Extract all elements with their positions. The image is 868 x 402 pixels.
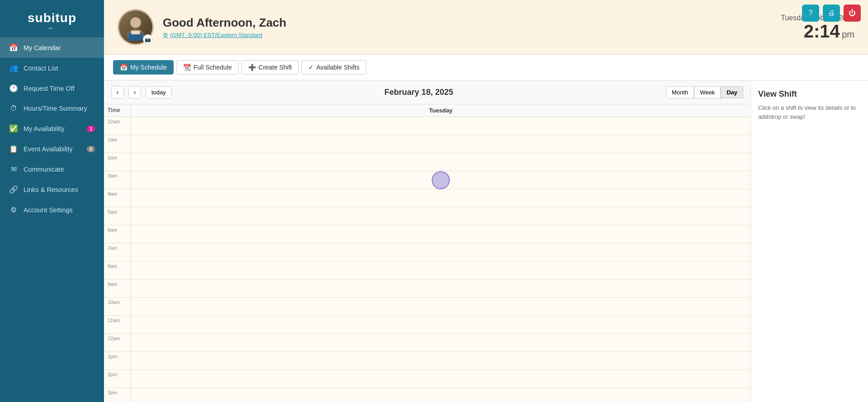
time-cell[interactable]: [131, 189, 750, 207]
right-panel: View Shift Click on a shift to view its …: [750, 80, 868, 402]
power-button[interactable]: ⏻: [844, 5, 861, 22]
time-label: 12pm: [104, 334, 131, 351]
time-row: 2am: [104, 153, 750, 171]
calendar-toolbar: ‹ › today February 18, 2025 MonthWeekDay: [104, 80, 750, 104]
time-row: 9am: [104, 280, 750, 298]
create-shift-icon: ➕: [248, 64, 256, 71]
main-content: ? 🖨 ⏻ 📷 Good Afternoon, Zach: [104, 0, 868, 402]
my-calendar-icon: 📅: [9, 43, 18, 52]
time-ampm: pm: [842, 29, 854, 39]
next-btn[interactable]: ›: [128, 86, 141, 98]
time-cell[interactable]: [131, 280, 750, 297]
time-row: 5am: [104, 207, 750, 225]
time-row: 12pm: [104, 334, 750, 352]
time-row: 7am: [104, 243, 750, 262]
time-cell[interactable]: [131, 117, 750, 135]
view-shift-description: Click on a shift to view its details or …: [758, 103, 861, 121]
time-grid-header: Time Tuesday: [104, 104, 750, 117]
calendar-main: ‹ › today February 18, 2025 MonthWeekDay…: [104, 80, 750, 402]
view-buttons: MonthWeekDay: [666, 86, 743, 98]
time-row: 4am: [104, 189, 750, 207]
time-grid[interactable]: Time Tuesday 12am1am2am3am4am5am6am7am8a…: [104, 104, 750, 402]
time-cell[interactable]: [131, 352, 750, 369]
app-name: subitup: [28, 11, 76, 25]
cursor-ripple: [432, 171, 450, 189]
time-label: 10am: [104, 298, 131, 315]
sidebar-item-communicate[interactable]: ✉ Communicate: [0, 159, 104, 179]
sidebar-item-account-settings[interactable]: ⚙ Account Settings: [0, 200, 104, 220]
time-cell[interactable]: [131, 334, 750, 351]
sidebar-item-contact-list[interactable]: 👥 Contact List: [0, 58, 104, 78]
my-schedule-icon: 📅: [120, 64, 127, 71]
tab-my-schedule[interactable]: 📅My Schedule: [113, 60, 174, 75]
sidebar-label-request-time-off: Request Time Off: [24, 85, 75, 92]
sidebar-nav: 📅 My Calendar 👥 Contact List 🕐 Request T…: [0, 37, 104, 220]
time-cell[interactable]: [131, 388, 750, 402]
timezone-link[interactable]: ⚙ (GMT -5:00) EST/Eastern Standard: [163, 32, 772, 38]
time-label: 3am: [104, 171, 131, 189]
camera-icon[interactable]: 📷: [143, 34, 153, 44]
sidebar-label-my-availability: My Availability: [24, 125, 65, 132]
time-cell[interactable]: [131, 225, 750, 243]
time-cell[interactable]: [131, 262, 750, 279]
tab-create-shift[interactable]: ➕Create Shift: [241, 60, 299, 75]
sidebar: subitup ‿ 📅 My Calendar 👥 Contact List 🕐…: [0, 0, 104, 402]
contact-list-icon: 👥: [9, 64, 18, 72]
time-cell[interactable]: [131, 207, 750, 225]
avatar-container: 📷: [118, 9, 154, 45]
calendar-date-title: February 18, 2025: [176, 88, 661, 97]
account-settings-icon: ⚙: [9, 206, 18, 214]
time-label: 5am: [104, 207, 131, 225]
time-label: 1pm: [104, 352, 131, 369]
sidebar-label-my-calendar: My Calendar: [24, 44, 61, 51]
time-row: 3pm: [104, 388, 750, 402]
sidebar-item-my-availability[interactable]: ✅ My Availability 1: [0, 118, 104, 139]
time-row: 12am: [104, 117, 750, 135]
view-btn-day[interactable]: Day: [721, 86, 743, 98]
view-btn-month[interactable]: Month: [666, 86, 694, 98]
time-cell[interactable]: [131, 171, 750, 189]
print-button[interactable]: 🖨: [823, 5, 840, 22]
time-row: 3am: [104, 171, 750, 189]
time-cell[interactable]: [131, 370, 750, 388]
time-cell[interactable]: [131, 153, 750, 171]
sidebar-item-request-time-off[interactable]: 🕐 Request Time Off: [0, 78, 104, 98]
greeting-name: Good Afternoon, Zach: [163, 16, 772, 30]
time-label: 7am: [104, 243, 131, 261]
svg-rect-4: [131, 31, 140, 34]
greeting-block: Good Afternoon, Zach ⚙ (GMT -5:00) EST/E…: [163, 16, 772, 38]
view-btn-week[interactable]: Week: [694, 86, 721, 98]
sidebar-item-my-calendar[interactable]: 📅 My Calendar: [0, 37, 104, 58]
tab-full-schedule[interactable]: 📆Full Schedule: [176, 60, 239, 75]
sidebar-label-account-settings: Account Settings: [24, 206, 73, 214]
request-time-off-icon: 🕐: [9, 84, 18, 93]
schedule-nav: 📅My Schedule📆Full Schedule➕Create Shift✓…: [104, 55, 868, 80]
time-label: 2am: [104, 153, 131, 171]
prev-btn[interactable]: ‹: [111, 86, 124, 98]
time-label: 3pm: [104, 388, 131, 402]
header-banner: 📷 Good Afternoon, Zach ⚙ (GMT -5:00) EST…: [104, 0, 868, 55]
time-cell[interactable]: [131, 135, 750, 153]
create-shift-label: Create Shift: [259, 64, 292, 71]
event-availability-icon: 📋: [9, 145, 18, 153]
available-shifts-label: Available Shifts: [316, 64, 359, 71]
sidebar-item-hours-time-summary[interactable]: ⏱ Hours/Time Summary: [0, 98, 104, 118]
time-cell[interactable]: [131, 243, 750, 261]
help-button[interactable]: ?: [802, 5, 819, 22]
sidebar-label-contact-list: Contact List: [24, 65, 58, 72]
hours-time-summary-icon: ⏱: [9, 104, 18, 112]
time-label: 4am: [104, 189, 131, 207]
sidebar-label-communicate: Communicate: [24, 166, 64, 173]
time-cell[interactable]: [131, 316, 750, 333]
time-column-header: Time: [104, 104, 131, 117]
today-btn[interactable]: today: [146, 86, 172, 98]
time-rows-container: 12am1am2am3am4am5am6am7am8am9am10am11am1…: [104, 117, 750, 402]
tab-available-shifts[interactable]: ✓Available Shifts: [302, 60, 366, 75]
time-label: 1am: [104, 135, 131, 153]
time-row: 8am: [104, 262, 750, 280]
sidebar-item-event-availability[interactable]: 📋 Event Availability 0: [0, 139, 104, 159]
time-cell[interactable]: [131, 298, 750, 315]
badge-event-availability: 0: [87, 146, 95, 152]
available-shifts-icon: ✓: [308, 64, 314, 71]
sidebar-item-links-resources[interactable]: 🔗 Links & Resources: [0, 179, 104, 200]
